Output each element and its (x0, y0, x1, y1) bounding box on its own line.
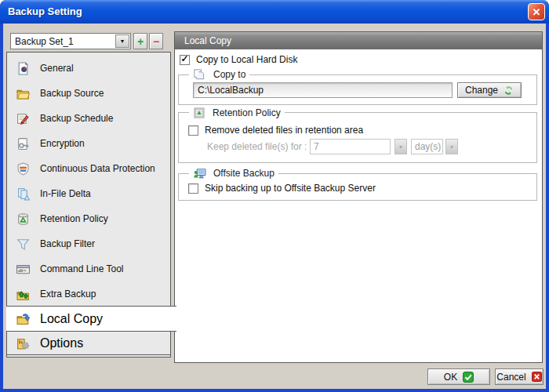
sidebar-item-label: Local Copy (40, 312, 103, 326)
backup-setting-dialog: Backup Setting ✕ Backup Set_1 ▼ + − Gene… (0, 0, 549, 392)
offsite-backup-icon (193, 167, 206, 180)
continuous-data-protection-icon (16, 162, 30, 176)
local-backup-path-input[interactable]: C:\LocalBackup (193, 82, 453, 98)
sidebar-item-local-copy[interactable]: Local Copy (6, 306, 176, 332)
titlebar: Backup Setting ✕ (0, 0, 549, 24)
add-backup-set-button[interactable]: + (133, 33, 147, 49)
skip-offsite-label: Skip backing up to Offsite Backup Server (205, 183, 376, 194)
sidebar: General Backup Source Backup Schedule (6, 52, 171, 358)
backup-set-select[interactable]: Backup Set_1 ▼ (10, 33, 131, 49)
sidebar-item-backup-schedule[interactable]: Backup Schedule (7, 106, 170, 131)
local-copy-panel: Local Copy Copy to Local Hard Disk Copy … (174, 31, 543, 363)
sidebar-item-label: In-File Delta (40, 188, 91, 199)
in-file-delta-icon (16, 187, 30, 201)
keep-deleted-chevron-down-icon[interactable]: ▼ (394, 139, 407, 154)
sidebar-item-command-line-tool[interactable]: dir> Command Line Tool (7, 256, 170, 281)
sidebar-item-label: Encryption (40, 138, 85, 149)
keep-deleted-value-input[interactable]: 7 (310, 139, 391, 154)
change-button[interactable]: Change (457, 82, 522, 98)
retention-policy-legend: Retention Policy (189, 106, 285, 120)
sidebar-item-general[interactable]: General (7, 56, 170, 81)
sidebar-item-backup-filter[interactable]: Backup Filter (7, 231, 170, 256)
copy-to-legend-label: Copy to (213, 69, 245, 80)
keep-deleted-label: Keep deleted file(s) for : (207, 141, 307, 152)
copy-to-icon (193, 68, 206, 82)
retention-policy-legend-label: Retention Policy (213, 107, 281, 118)
backup-source-icon (16, 87, 30, 100)
copy-to-local-checkbox[interactable] (180, 55, 190, 65)
general-icon (16, 62, 30, 75)
sidebar-item-extra-backup[interactable]: Extra Backup (7, 281, 170, 307)
ok-button[interactable]: OK (427, 368, 490, 385)
copy-to-legend: Copy to (189, 67, 249, 82)
sidebar-item-label: Command Line Tool (40, 263, 124, 274)
sidebar-item-backup-source[interactable]: Backup Source (7, 81, 170, 106)
copy-to-local-row: Copy to Local Hard Disk (180, 54, 297, 65)
chevron-down-icon[interactable]: ▼ (115, 34, 129, 48)
copy-to-local-label: Copy to Local Hard Disk (196, 54, 297, 65)
ok-button-label: OK (444, 372, 457, 383)
retention-policy-small-icon (193, 107, 205, 119)
offsite-backup-legend: Offsite Backup (189, 166, 278, 180)
sidebar-item-continuous-data-protection[interactable]: Continuous Data Protection (7, 156, 170, 181)
sidebar-item-label: Backup Schedule (40, 113, 113, 124)
remove-backup-set-button[interactable]: − (149, 33, 163, 49)
sidebar-item-label: Backup Source (40, 88, 104, 99)
unit-chevron-down-icon[interactable]: ▼ (445, 139, 458, 154)
backup-schedule-icon (16, 112, 30, 125)
window-title: Backup Setting (8, 5, 82, 17)
cancel-x-icon (532, 372, 542, 382)
sidebar-item-label: Continuous Data Protection (40, 163, 155, 174)
change-button-label: Change (465, 85, 498, 96)
options-icon (16, 337, 30, 350)
ok-check-icon (463, 372, 474, 383)
local-copy-icon (16, 312, 30, 325)
refresh-icon (504, 85, 514, 96)
close-icon[interactable]: ✕ (528, 3, 545, 20)
sidebar-item-label: Backup Filter (40, 238, 95, 249)
sidebar-item-in-file-delta[interactable]: In-File Delta (7, 181, 170, 206)
skip-offsite-checkbox[interactable] (188, 183, 198, 194)
skip-offsite-row: Skip backing up to Offsite Backup Server (188, 183, 376, 194)
sidebar-item-label: General (40, 63, 74, 74)
extra-backup-icon (16, 288, 30, 301)
dialog-content: Backup Set_1 ▼ + − General Backup Source (3, 24, 546, 389)
sidebar-item-label: Extra Backup (40, 289, 96, 299)
keep-deleted-unit-select[interactable]: day(s) (411, 139, 443, 154)
remove-deleted-checkbox[interactable] (188, 125, 198, 136)
sidebar-item-encryption[interactable]: Encryption (7, 131, 170, 156)
cancel-button-label: Cancel (496, 372, 525, 383)
retention-policy-icon (16, 212, 30, 226)
remove-deleted-label: Remove deleted files in retention area (205, 125, 363, 136)
sidebar-item-options[interactable]: Options (7, 332, 170, 355)
svg-text:dir>: dir> (18, 267, 27, 272)
panel-title: Local Copy (175, 32, 542, 49)
cancel-button[interactable]: Cancel (495, 368, 544, 385)
command-line-tool-icon: dir> (16, 263, 30, 276)
backup-set-value: Backup Set_1 (11, 36, 115, 47)
sidebar-item-retention-policy[interactable]: Retention Policy (7, 206, 170, 231)
offsite-backup-legend-label: Offsite Backup (213, 168, 274, 179)
sidebar-item-label: Retention Policy (40, 213, 108, 224)
sidebar-item-label: Options (40, 336, 83, 350)
remove-deleted-row: Remove deleted files in retention area (188, 125, 363, 136)
backup-filter-icon (16, 238, 30, 251)
encryption-icon (16, 137, 30, 151)
